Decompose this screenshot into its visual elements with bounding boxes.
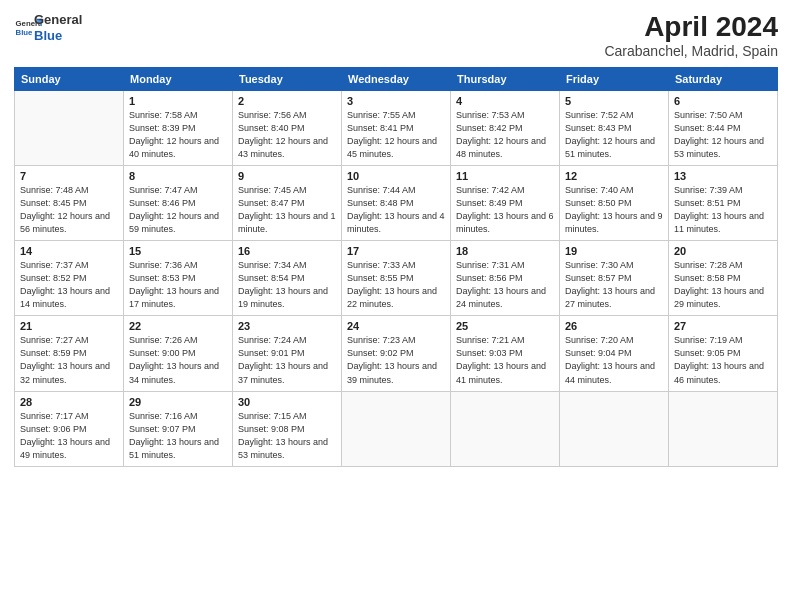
day-number: 30 <box>238 396 336 408</box>
calendar-cell: 1Sunrise: 7:58 AMSunset: 8:39 PMDaylight… <box>124 90 233 165</box>
day-info: Sunrise: 7:24 AMSunset: 9:01 PMDaylight:… <box>238 334 336 386</box>
column-header-sunday: Sunday <box>15 67 124 90</box>
day-info: Sunrise: 7:26 AMSunset: 9:00 PMDaylight:… <box>129 334 227 386</box>
title-block: April 2024 Carabanchel, Madrid, Spain <box>604 12 778 59</box>
calendar-cell: 30Sunrise: 7:15 AMSunset: 9:08 PMDayligh… <box>233 391 342 466</box>
calendar-cell <box>342 391 451 466</box>
page-container: General Blue General Blue April 2024 Car… <box>0 0 792 477</box>
day-number: 22 <box>129 320 227 332</box>
calendar-cell: 15Sunrise: 7:36 AMSunset: 8:53 PMDayligh… <box>124 241 233 316</box>
day-info: Sunrise: 7:52 AMSunset: 8:43 PMDaylight:… <box>565 109 663 161</box>
day-number: 15 <box>129 245 227 257</box>
day-number: 23 <box>238 320 336 332</box>
calendar-header-row: SundayMondayTuesdayWednesdayThursdayFrid… <box>15 67 778 90</box>
calendar-cell: 29Sunrise: 7:16 AMSunset: 9:07 PMDayligh… <box>124 391 233 466</box>
day-info: Sunrise: 7:36 AMSunset: 8:53 PMDaylight:… <box>129 259 227 311</box>
day-number: 3 <box>347 95 445 107</box>
calendar-cell <box>560 391 669 466</box>
calendar-cell: 4Sunrise: 7:53 AMSunset: 8:42 PMDaylight… <box>451 90 560 165</box>
day-number: 18 <box>456 245 554 257</box>
day-info: Sunrise: 7:30 AMSunset: 8:57 PMDaylight:… <box>565 259 663 311</box>
day-info: Sunrise: 7:58 AMSunset: 8:39 PMDaylight:… <box>129 109 227 161</box>
column-header-tuesday: Tuesday <box>233 67 342 90</box>
day-number: 5 <box>565 95 663 107</box>
calendar-week-4: 28Sunrise: 7:17 AMSunset: 9:06 PMDayligh… <box>15 391 778 466</box>
day-number: 16 <box>238 245 336 257</box>
calendar-cell: 19Sunrise: 7:30 AMSunset: 8:57 PMDayligh… <box>560 241 669 316</box>
calendar-cell: 17Sunrise: 7:33 AMSunset: 8:55 PMDayligh… <box>342 241 451 316</box>
day-number: 6 <box>674 95 772 107</box>
day-info: Sunrise: 7:47 AMSunset: 8:46 PMDaylight:… <box>129 184 227 236</box>
day-info: Sunrise: 7:40 AMSunset: 8:50 PMDaylight:… <box>565 184 663 236</box>
day-number: 9 <box>238 170 336 182</box>
day-info: Sunrise: 7:45 AMSunset: 8:47 PMDaylight:… <box>238 184 336 236</box>
calendar-cell: 21Sunrise: 7:27 AMSunset: 8:59 PMDayligh… <box>15 316 124 391</box>
day-info: Sunrise: 7:50 AMSunset: 8:44 PMDaylight:… <box>674 109 772 161</box>
day-number: 13 <box>674 170 772 182</box>
calendar-cell <box>15 90 124 165</box>
day-info: Sunrise: 7:20 AMSunset: 9:04 PMDaylight:… <box>565 334 663 386</box>
day-number: 10 <box>347 170 445 182</box>
logo-blue: Blue <box>34 28 82 44</box>
day-number: 28 <box>20 396 118 408</box>
day-info: Sunrise: 7:16 AMSunset: 9:07 PMDaylight:… <box>129 410 227 462</box>
calendar-cell: 14Sunrise: 7:37 AMSunset: 8:52 PMDayligh… <box>15 241 124 316</box>
calendar-cell: 2Sunrise: 7:56 AMSunset: 8:40 PMDaylight… <box>233 90 342 165</box>
page-subtitle: Carabanchel, Madrid, Spain <box>604 43 778 59</box>
svg-text:Blue: Blue <box>16 28 34 37</box>
day-info: Sunrise: 7:31 AMSunset: 8:56 PMDaylight:… <box>456 259 554 311</box>
day-number: 2 <box>238 95 336 107</box>
day-info: Sunrise: 7:55 AMSunset: 8:41 PMDaylight:… <box>347 109 445 161</box>
calendar-cell: 22Sunrise: 7:26 AMSunset: 9:00 PMDayligh… <box>124 316 233 391</box>
calendar-cell: 11Sunrise: 7:42 AMSunset: 8:49 PMDayligh… <box>451 165 560 240</box>
calendar-cell: 25Sunrise: 7:21 AMSunset: 9:03 PMDayligh… <box>451 316 560 391</box>
day-info: Sunrise: 7:27 AMSunset: 8:59 PMDaylight:… <box>20 334 118 386</box>
day-number: 19 <box>565 245 663 257</box>
day-info: Sunrise: 7:53 AMSunset: 8:42 PMDaylight:… <box>456 109 554 161</box>
page-title: April 2024 <box>604 12 778 43</box>
column-header-monday: Monday <box>124 67 233 90</box>
calendar-cell: 5Sunrise: 7:52 AMSunset: 8:43 PMDaylight… <box>560 90 669 165</box>
day-number: 24 <box>347 320 445 332</box>
calendar-week-3: 21Sunrise: 7:27 AMSunset: 8:59 PMDayligh… <box>15 316 778 391</box>
calendar-cell: 26Sunrise: 7:20 AMSunset: 9:04 PMDayligh… <box>560 316 669 391</box>
calendar-cell: 23Sunrise: 7:24 AMSunset: 9:01 PMDayligh… <box>233 316 342 391</box>
calendar-cell: 6Sunrise: 7:50 AMSunset: 8:44 PMDaylight… <box>669 90 778 165</box>
day-info: Sunrise: 7:56 AMSunset: 8:40 PMDaylight:… <box>238 109 336 161</box>
day-number: 21 <box>20 320 118 332</box>
calendar-cell: 18Sunrise: 7:31 AMSunset: 8:56 PMDayligh… <box>451 241 560 316</box>
day-info: Sunrise: 7:42 AMSunset: 8:49 PMDaylight:… <box>456 184 554 236</box>
day-number: 8 <box>129 170 227 182</box>
day-number: 20 <box>674 245 772 257</box>
logo: General Blue General Blue <box>14 12 82 43</box>
calendar-table: SundayMondayTuesdayWednesdayThursdayFrid… <box>14 67 778 467</box>
day-number: 14 <box>20 245 118 257</box>
day-number: 17 <box>347 245 445 257</box>
day-info: Sunrise: 7:21 AMSunset: 9:03 PMDaylight:… <box>456 334 554 386</box>
header: General Blue General Blue April 2024 Car… <box>14 12 778 59</box>
day-info: Sunrise: 7:39 AMSunset: 8:51 PMDaylight:… <box>674 184 772 236</box>
day-number: 12 <box>565 170 663 182</box>
calendar-cell <box>669 391 778 466</box>
day-number: 4 <box>456 95 554 107</box>
day-info: Sunrise: 7:48 AMSunset: 8:45 PMDaylight:… <box>20 184 118 236</box>
day-info: Sunrise: 7:23 AMSunset: 9:02 PMDaylight:… <box>347 334 445 386</box>
calendar-cell: 9Sunrise: 7:45 AMSunset: 8:47 PMDaylight… <box>233 165 342 240</box>
column-header-saturday: Saturday <box>669 67 778 90</box>
calendar-cell: 7Sunrise: 7:48 AMSunset: 8:45 PMDaylight… <box>15 165 124 240</box>
calendar-cell: 27Sunrise: 7:19 AMSunset: 9:05 PMDayligh… <box>669 316 778 391</box>
day-info: Sunrise: 7:19 AMSunset: 9:05 PMDaylight:… <box>674 334 772 386</box>
day-info: Sunrise: 7:37 AMSunset: 8:52 PMDaylight:… <box>20 259 118 311</box>
column-header-thursday: Thursday <box>451 67 560 90</box>
day-number: 27 <box>674 320 772 332</box>
logo-general: General <box>34 12 82 28</box>
day-info: Sunrise: 7:34 AMSunset: 8:54 PMDaylight:… <box>238 259 336 311</box>
calendar-week-2: 14Sunrise: 7:37 AMSunset: 8:52 PMDayligh… <box>15 241 778 316</box>
calendar-cell: 10Sunrise: 7:44 AMSunset: 8:48 PMDayligh… <box>342 165 451 240</box>
day-info: Sunrise: 7:15 AMSunset: 9:08 PMDaylight:… <box>238 410 336 462</box>
day-number: 25 <box>456 320 554 332</box>
day-number: 7 <box>20 170 118 182</box>
calendar-cell <box>451 391 560 466</box>
day-number: 26 <box>565 320 663 332</box>
day-number: 29 <box>129 396 227 408</box>
